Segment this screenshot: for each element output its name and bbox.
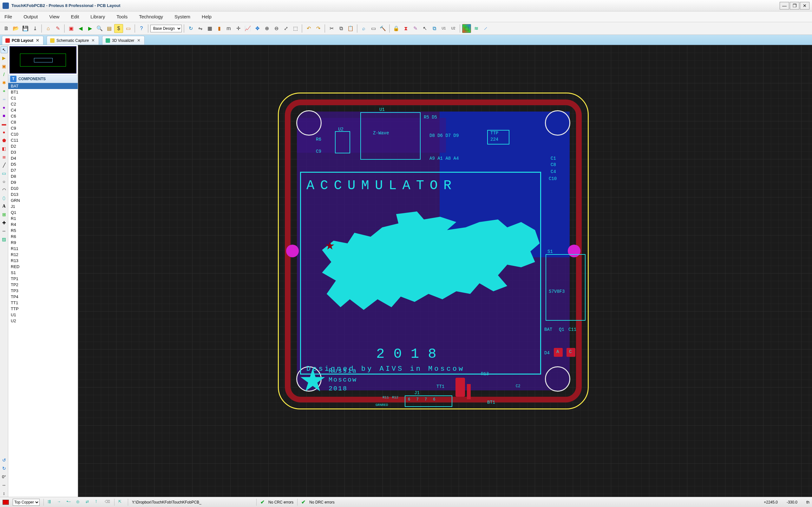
component-row[interactable]: R6 bbox=[8, 233, 78, 239]
node-icon[interactable]: •─ bbox=[67, 499, 72, 505]
menu-technology[interactable]: Technology bbox=[137, 13, 165, 20]
menu-edit[interactable]: Edit bbox=[69, 13, 81, 20]
paste-icon[interactable]: 📋 bbox=[346, 24, 355, 33]
component-row[interactable]: R13 bbox=[8, 258, 78, 264]
track-mode-icon[interactable]: / bbox=[1, 71, 8, 78]
help-icon[interactable]: ? bbox=[137, 24, 146, 33]
route-all-icon[interactable]: ⇶ bbox=[48, 499, 53, 505]
menu-help[interactable]: Help bbox=[200, 13, 213, 20]
component-row[interactable]: Q1 bbox=[8, 210, 78, 216]
export-icon[interactable]: ⇱ bbox=[118, 499, 124, 505]
maximize-button[interactable]: ❐ bbox=[790, 2, 799, 9]
bom-icon[interactable]: ▤ bbox=[105, 24, 113, 33]
smd-pad-icon[interactable]: ▬ bbox=[1, 120, 8, 127]
component-row[interactable]: D4 bbox=[8, 155, 78, 161]
graph-icon[interactable]: 📈 bbox=[243, 24, 252, 33]
left-icon[interactable]: ◀ bbox=[76, 24, 85, 33]
highlight-icon[interactable]: ✎ bbox=[411, 24, 420, 33]
save-icon[interactable]: 💾 bbox=[21, 24, 30, 33]
layer-select[interactable]: Top Copper bbox=[13, 499, 40, 506]
component-row[interactable]: D5 bbox=[8, 161, 78, 167]
pointer-icon[interactable]: ↖ bbox=[420, 24, 429, 33]
component-row[interactable]: R1 bbox=[8, 216, 78, 222]
minimize-button[interactable]: — bbox=[780, 2, 789, 9]
schematic-icon[interactable]: ✎ bbox=[53, 24, 62, 33]
component-row[interactable]: BT1 bbox=[8, 89, 78, 95]
arrows-icon[interactable]: ⇄ bbox=[86, 499, 91, 505]
design-variant-select[interactable]: Base Design bbox=[150, 25, 182, 32]
zoom-in-icon[interactable]: ⊕ bbox=[262, 24, 271, 33]
component-row[interactable]: D13 bbox=[8, 191, 78, 198]
tab-close-icon[interactable]: ✕ bbox=[35, 38, 40, 43]
ratsnest-icon[interactable]: ⎓ bbox=[1, 96, 8, 103]
hide-icon[interactable]: ⟋ bbox=[481, 24, 490, 33]
overview-preview[interactable] bbox=[9, 46, 77, 73]
component-row[interactable]: U2 bbox=[8, 318, 78, 324]
u1-preset-icon[interactable]: U1 bbox=[439, 24, 448, 33]
rotate-ccw-icon[interactable]: ↺ bbox=[1, 457, 8, 464]
dollar-icon[interactable]: $ bbox=[114, 24, 123, 33]
cut-trace-icon[interactable]: ⌫ bbox=[105, 499, 110, 505]
route-icon[interactable]: ⌕ bbox=[359, 24, 368, 33]
component-row[interactable]: TP4 bbox=[8, 294, 78, 300]
zoom-area-icon[interactable]: ⬚ bbox=[291, 24, 300, 33]
marker-tool-icon[interactable]: ✚ bbox=[1, 219, 8, 226]
square-pad-icon[interactable]: ■ bbox=[1, 112, 8, 119]
rotate-cw-icon[interactable]: ↻ bbox=[1, 465, 8, 472]
layer-color-swatch[interactable] bbox=[3, 500, 9, 505]
component-row[interactable]: D3 bbox=[8, 149, 78, 155]
circle-pad-icon[interactable]: ● bbox=[1, 129, 8, 135]
zoom-fit-icon[interactable]: ⤢ bbox=[281, 24, 290, 33]
layer-colors-icon[interactable]: ⬚ bbox=[462, 24, 471, 33]
zoom-out-icon[interactable]: ⊖ bbox=[272, 24, 281, 33]
trace-icon[interactable]: ⊺ bbox=[95, 499, 101, 505]
stack-icon[interactable]: ≣ bbox=[1, 153, 8, 160]
component-row[interactable]: RED bbox=[8, 264, 78, 270]
component-row[interactable]: D2 bbox=[8, 143, 78, 149]
rect-icon[interactable]: ▭ bbox=[1, 170, 8, 177]
pcb-canvas[interactable]: ACCUMULATOR 2018 Designed by AIVS in Mos… bbox=[78, 45, 812, 497]
undo-icon[interactable]: ↶ bbox=[304, 24, 313, 33]
menu-library[interactable]: Library bbox=[89, 13, 107, 20]
dimension-icon[interactable]: ↔ bbox=[1, 228, 8, 234]
redraw-icon[interactable]: ↻ bbox=[186, 24, 195, 33]
component-row[interactable]: C4 bbox=[8, 107, 78, 113]
component-row[interactable]: C6 bbox=[8, 113, 78, 119]
route-one-icon[interactable]: → bbox=[57, 499, 63, 505]
3d-icon[interactable]: ▨ bbox=[1, 236, 8, 243]
component-mode-icon[interactable]: ▶ bbox=[1, 55, 8, 61]
symbol-icon[interactable]: ⊞ bbox=[1, 211, 8, 218]
marker-icon[interactable]: ⧗ bbox=[401, 24, 410, 33]
pan-icon[interactable]: ✥ bbox=[253, 24, 262, 33]
menu-tools[interactable]: Tools bbox=[114, 13, 130, 20]
component-row[interactable]: C2 bbox=[8, 101, 78, 107]
grid-toggle-icon[interactable]: ▦ bbox=[205, 24, 214, 33]
poly-pad-icon[interactable]: ⬟ bbox=[1, 137, 8, 144]
round-pad-icon[interactable]: ● bbox=[1, 104, 8, 111]
redo-icon[interactable]: ↷ bbox=[314, 24, 322, 33]
chip-icon[interactable]: ▣ bbox=[67, 24, 75, 33]
circle-icon[interactable]: ○ bbox=[1, 178, 8, 185]
copy-icon[interactable]: ⧉ bbox=[337, 24, 345, 33]
component-row[interactable]: D9 bbox=[8, 179, 78, 185]
layer-stack-icon[interactable]: ≋ bbox=[472, 24, 480, 33]
new-doc-icon[interactable]: 🗎 bbox=[2, 24, 11, 33]
home-icon[interactable]: ⌂ bbox=[44, 24, 53, 33]
close-button[interactable]: ✕ bbox=[800, 2, 809, 9]
component-row[interactable]: TT1 bbox=[8, 300, 78, 306]
select-icon[interactable]: ▭ bbox=[369, 24, 378, 33]
component-row[interactable]: R12 bbox=[8, 251, 78, 258]
edge-pad-icon[interactable]: ◧ bbox=[1, 145, 8, 152]
line-icon[interactable]: ╱ bbox=[1, 162, 8, 169]
module-icon[interactable]: ▭ bbox=[124, 24, 133, 33]
component-list[interactable]: BATBT1C1C2C4C6C8C9C10C11D2D3D4D5D7D8D9D1… bbox=[8, 83, 78, 497]
component-row[interactable]: D7 bbox=[8, 167, 78, 173]
component-row[interactable]: C10 bbox=[8, 131, 78, 137]
component-row[interactable]: TP1 bbox=[8, 276, 78, 282]
menu-view[interactable]: View bbox=[47, 13, 61, 20]
flip-v-icon[interactable]: ↕ bbox=[1, 490, 8, 497]
right-icon[interactable]: ▶ bbox=[86, 24, 95, 33]
flip-icon[interactable]: ⇋ bbox=[196, 24, 205, 33]
arc-icon[interactable]: ◠ bbox=[1, 186, 8, 193]
ring-icon[interactable]: ◎ bbox=[76, 499, 82, 505]
